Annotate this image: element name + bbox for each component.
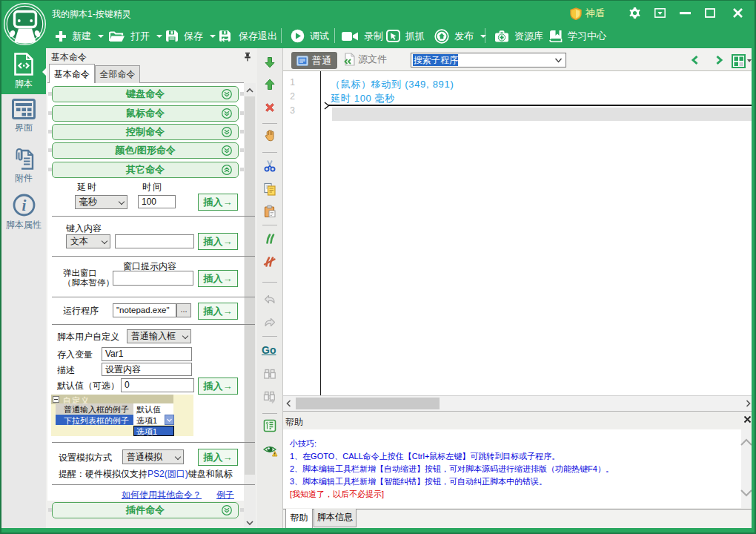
- svg-text:i: i: [21, 197, 26, 214]
